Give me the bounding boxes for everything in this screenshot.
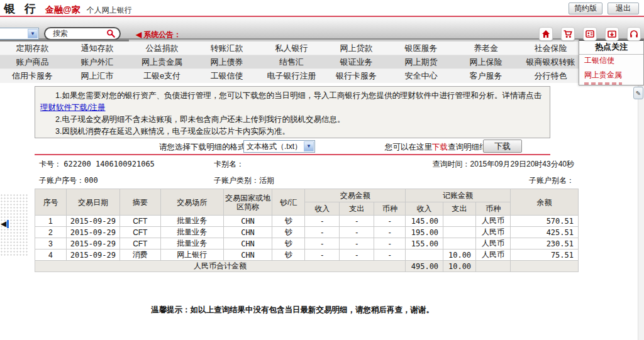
cell-rec-currency: 人民币: [476, 238, 511, 250]
icbc-online-banking-page: 银 行 金融@家 个人网上银行 简约版 退出 ▼ ◀系统公告：: [0, 0, 644, 340]
menu-item[interactable]: 工银信使: [194, 69, 259, 83]
menu-item[interactable]: 网上汇市: [65, 69, 130, 83]
cell-seq: 4: [35, 250, 67, 261]
cell-place: 批量业务: [160, 238, 223, 250]
sidebar-item-messenger[interactable]: 工银信使: [579, 53, 643, 68]
finance-software-download-link[interactable]: 理财软件下载/注册: [40, 103, 105, 112]
contacts-icon[interactable]: [583, 27, 597, 41]
logout-button[interactable]: 退出: [608, 3, 639, 14]
account-info: 卡号： 622200 1406100921065 卡别名： 查询时间：2015年…: [35, 157, 579, 186]
subaccount-alias: 子账户别名：: [529, 175, 574, 186]
download-button[interactable]: 下载: [483, 140, 522, 153]
table-row: 3 2015-09-29 CFT 批量业务 CHN 钞 - - - 155.00…: [35, 238, 579, 250]
menu-item[interactable]: 分行特色: [518, 69, 583, 83]
transaction-table: 序号 交易日期 摘要 交易场所 交易国家或地区简称 钞/汇 交易金额 记账金额 …: [35, 189, 579, 272]
cell-rec-expense: 10.00: [443, 250, 476, 261]
notice-line-1-text: 1.如果您需要对您的银行资产、负债进行管理，您可以下载您的当日明细，导入工商银行…: [55, 91, 541, 100]
menu-item[interactable]: 工银e支付: [130, 69, 194, 83]
menu-dropdown[interactable]: ▼: [0, 28, 39, 40]
header-cash: 钞/汇: [272, 189, 305, 216]
menu-item[interactable]: 客户服务: [453, 69, 518, 83]
menu-item[interactable]: 私人银行: [259, 41, 324, 55]
notice-box: 1.如果您需要对您的银行资产、负债进行管理，您可以下载您的当日明细，导入工商银行…: [35, 86, 550, 138]
cell-place: 批量业务: [160, 216, 223, 227]
header-country: 交易国家或地区简称: [223, 189, 272, 216]
side-tool-widget[interactable]: ✎: [633, 87, 643, 99]
sidebar-item-clipped: [584, 82, 622, 85]
cell-txn-currency: -: [374, 227, 406, 238]
cell-cash: 钞: [272, 238, 305, 250]
collapse-sidebar-arrow[interactable]: ◀: [1, 219, 9, 228]
menu-item[interactable]: 定期存款: [0, 41, 65, 55]
total-currency-empty: [476, 261, 511, 272]
menu-item[interactable]: 账户外汇: [65, 55, 130, 69]
mail-download-icon[interactable]: [605, 27, 619, 41]
header-seq: 序号: [35, 189, 67, 216]
menu-item[interactable]: 结售汇: [259, 55, 324, 69]
header-txn-currency: 币种: [374, 202, 406, 216]
cell-rec-expense: [443, 216, 476, 227]
cell-date: 2015-09-29: [66, 227, 119, 238]
table-row: 2 2015-09-29 CFT 批量业务 CHN 钞 - - - 195.00…: [35, 227, 579, 238]
sidebar-item-precious-metal[interactable]: 网上贵金属: [579, 68, 643, 82]
cell-place: 批量业务: [160, 227, 223, 238]
menu-item[interactable]: 养老金: [453, 41, 518, 55]
personal-banking-label: 个人网上银行: [87, 5, 132, 16]
cell-txn-income: -: [305, 250, 340, 261]
table-row: 1 2015-09-29 CFT 批量业务 CHN 钞 - - - 145.00…: [35, 216, 579, 227]
header-txn-income: 收入: [305, 202, 340, 216]
cell-rec-currency: 人民币: [476, 216, 511, 227]
home-icon[interactable]: [539, 27, 553, 41]
dropdown-arrow-icon: ▼: [28, 29, 38, 38]
menu-item[interactable]: 账户商品: [0, 55, 65, 69]
cart-icon[interactable]: [561, 27, 575, 41]
menu-item[interactable]: 网上贵金属: [130, 55, 194, 69]
search-box: [44, 27, 121, 40]
header-rec-expense: 支出: [443, 202, 476, 216]
menu-item[interactable]: 银医服务: [389, 41, 453, 55]
format-select[interactable]: 文本格式（.txt） ▼: [243, 140, 315, 153]
menu-item[interactable]: 安全中心: [389, 69, 453, 83]
main-menu: 定期存款 通知存款 公益捐款 转账汇款 私人银行 网上贷款 银医服务 养老金 社…: [0, 40, 644, 83]
menu-item[interactable]: 网上期货: [389, 55, 453, 69]
cell-country: CHN: [223, 250, 272, 261]
table-row: 4 2015-09-29 消费 网上银行 CHN 钞 - - - 10.00 人…: [35, 250, 579, 261]
cell-txn-expense: -: [340, 250, 374, 261]
menu-item[interactable]: 网上债券: [194, 55, 259, 69]
menu-item[interactable]: 电子银行注册: [259, 69, 324, 83]
cell-rec-income: 155.00: [406, 238, 443, 250]
menu-item[interactable]: 银商银权转账: [518, 55, 583, 69]
menu-item[interactable]: 银证业务: [324, 55, 389, 69]
cell-date: 2015-09-29: [66, 216, 119, 227]
format-selected-value: 文本格式（.txt）: [247, 142, 302, 151]
menu-item[interactable]: 通知存款: [65, 41, 130, 55]
card-number: 卡号： 622200 1406100921065: [39, 159, 155, 170]
menu-item[interactable]: 网上保险: [453, 55, 518, 69]
announcement-label: 系统公告：: [143, 30, 181, 39]
header-txn-amount-group: 交易金额: [305, 189, 406, 202]
menu-row-2: 账户商品 账户外汇 网上贵金属 网上债券 结售汇 银证业务 网上期货 网上保险 …: [0, 55, 583, 69]
cell-rec-expense: [443, 227, 476, 238]
cell-summary: CFT: [119, 216, 160, 227]
cell-seq: 3: [35, 238, 67, 250]
menu-item[interactable]: 公益捐款: [130, 41, 194, 55]
cell-txn-currency: -: [374, 238, 406, 250]
header-rec-currency: 币种: [476, 202, 511, 216]
table-header: 序号 交易日期 摘要 交易场所 交易国家或地区简称 钞/汇 交易金额 记账金额 …: [35, 189, 579, 216]
menu-item[interactable]: 银行卡服务: [324, 69, 389, 83]
menu-item[interactable]: 社会保险: [518, 41, 583, 55]
header-place: 交易场所: [160, 189, 223, 216]
menu-item[interactable]: 信用卡服务: [0, 69, 65, 83]
simple-version-button[interactable]: 简约版: [569, 3, 602, 14]
cell-date: 2015-09-29: [66, 238, 119, 250]
menu-item[interactable]: 转账汇款: [194, 41, 259, 55]
search-icon[interactable]: [106, 29, 116, 38]
download-link[interactable]: 下载: [432, 143, 448, 151]
top-header: 银 行 金融@家 个人网上银行 简约版 退出: [0, 0, 644, 16]
cell-txn-expense: -: [340, 227, 374, 238]
cell-seq: 2: [35, 227, 67, 238]
search-input[interactable]: [53, 30, 106, 38]
headset-icon[interactable]: [627, 27, 641, 41]
menu-item[interactable]: 网上贷款: [324, 41, 389, 55]
header-date: 交易日期: [66, 189, 119, 216]
